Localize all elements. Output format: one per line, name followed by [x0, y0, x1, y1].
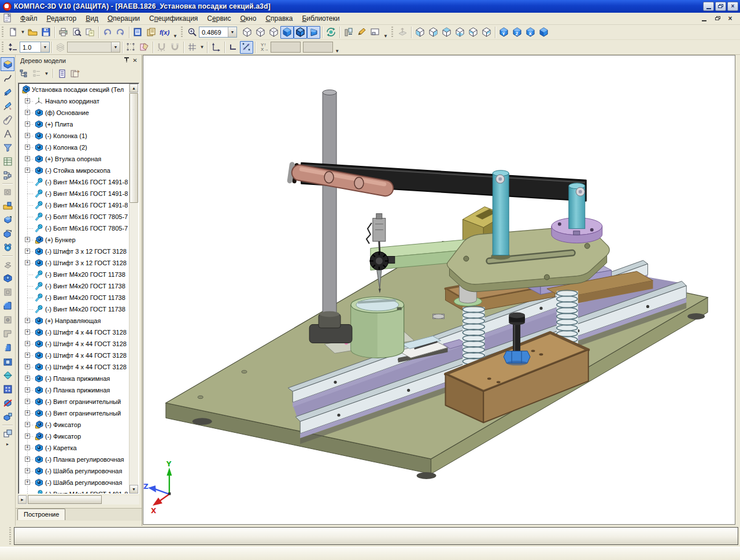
expand-icon[interactable]: +: [25, 121, 30, 127]
shaded-view-button[interactable]: [280, 26, 294, 39]
expand-icon[interactable]: +: [25, 133, 30, 138]
close-button[interactable]: ×: [727, 2, 738, 11]
layer-dropdown[interactable]: ▼: [111, 42, 120, 52]
menu-item[interactable]: Файл: [16, 13, 42, 24]
structure-button[interactable]: [1, 168, 14, 182]
specification-button[interactable]: [131, 26, 145, 39]
wireframe-view-button[interactable]: [240, 26, 254, 39]
edit-part-button[interactable]: [1, 57, 14, 71]
tree-item[interactable]: + (+) Бункер: [19, 234, 129, 246]
menu-item[interactable]: Окно: [235, 13, 261, 24]
op-rotate-button[interactable]: [1, 227, 14, 240]
hidden-lines-view-button[interactable]: [254, 26, 267, 39]
op-component-button[interactable]: [1, 410, 14, 424]
expand-icon[interactable]: +: [25, 399, 30, 404]
tree-item[interactable]: + (-) Штифт 4 х 44 ГОСТ 3128: [19, 350, 129, 361]
tree-item[interactable]: + (-) Стойка микроскопа: [19, 165, 129, 176]
minimize-button[interactable]: [703, 2, 714, 11]
property-bar-grip[interactable]: [9, 527, 12, 545]
orientation-front-button[interactable]: [413, 26, 427, 39]
tree-item[interactable]: + (-) Винт М4х16 ГОСТ 1491-8: [19, 188, 129, 199]
expand-icon[interactable]: +: [25, 329, 30, 335]
expand-icon[interactable]: +: [25, 480, 30, 485]
orientation-top-button[interactable]: [440, 26, 453, 39]
spec-report-button[interactable]: [1, 154, 14, 168]
tree-item[interactable]: + (-) Винт М4х16 ГОСТ 1491-8: [19, 176, 129, 188]
tree-item[interactable]: + (-) Винт М4х20 ГОСТ 11738: [19, 303, 129, 315]
tree-item[interactable]: + (-) Болт М6х16 ГОСТ 7805-7: [19, 211, 129, 222]
tree-vertical-scrollbar[interactable]: ▲ ▼: [129, 84, 138, 494]
expand-icon[interactable]: +: [25, 168, 30, 173]
expand-icon[interactable]: +: [25, 364, 30, 369]
orientation-bottom-button[interactable]: [453, 26, 467, 39]
tree-item[interactable]: + (+) Втулка опорная: [19, 153, 129, 165]
scroll-up-button[interactable]: ▲: [130, 84, 138, 92]
zoom-combobox[interactable]: 0.4869 ▼: [199, 27, 237, 38]
menu-item[interactable]: Справка: [261, 13, 297, 24]
normal-to-plane-button[interactable]: [396, 26, 409, 39]
aux-geometry-button[interactable]: [1, 99, 14, 113]
tree-item[interactable]: + (-) Винт ограничительный: [19, 396, 129, 407]
op-macro-button[interactable]: [1, 427, 14, 440]
tree-item[interactable]: + (-) Фиксатор: [19, 431, 129, 442]
redo-button[interactable]: [114, 26, 127, 39]
expand-icon[interactable]: +: [25, 110, 30, 115]
tree-composition-button[interactable]: [31, 68, 42, 79]
tree-item[interactable]: + (-) Болт М6х16 ГОСТ 7805-7: [19, 222, 129, 234]
op-sketch-button[interactable]: [1, 185, 14, 199]
op-shell-button[interactable]: [1, 354, 14, 368]
layers-button[interactable]: [54, 41, 67, 54]
orientation-xz-button[interactable]: Z: [510, 26, 524, 39]
expand-icon[interactable]: +: [25, 318, 30, 323]
step-dropdown[interactable]: ▼: [40, 42, 49, 52]
mdi-close-button[interactable]: ×: [726, 15, 734, 23]
orientation-xy-button[interactable]: Y: [497, 26, 510, 39]
surfaces-button[interactable]: [1, 85, 14, 99]
expand-icon[interactable]: +: [25, 422, 30, 427]
expand-icon[interactable]: +: [25, 98, 30, 103]
grid-button[interactable]: [186, 41, 199, 54]
tree-item[interactable]: + (-) Планка прижимная: [19, 373, 129, 384]
attachments-button[interactable]: [1, 113, 14, 127]
drawing-button[interactable]: [368, 26, 382, 39]
menu-item[interactable]: Редактор: [42, 13, 82, 24]
expand-icon[interactable]: +: [25, 341, 30, 346]
tree-item[interactable]: + (-) Фиксатор: [19, 419, 129, 431]
perspective-view-button[interactable]: [307, 26, 320, 39]
tree-item[interactable]: + (-) Штифт 4 х 44 ГОСТ 3128: [19, 338, 129, 350]
op-folder-button[interactable]: [1, 199, 14, 213]
tree-item[interactable]: + (-) Винт М4х16 ГОСТ 1491-8: [19, 199, 129, 211]
pin-panel-icon[interactable]: [122, 57, 131, 65]
expand-icon[interactable]: +: [25, 468, 30, 473]
print-preview-button[interactable]: [70, 26, 83, 39]
expand-icon[interactable]: +: [25, 156, 30, 161]
orientation-right-button[interactable]: [480, 26, 493, 39]
hidden-lines-thin-view-button[interactable]: [267, 26, 280, 39]
tree-composition-dropdown[interactable]: ▼: [43, 67, 50, 80]
shaded-edges-view-button[interactable]: [294, 26, 307, 39]
tree-item[interactable]: + (ф) Основание: [19, 107, 129, 118]
expand-icon[interactable]: +: [25, 387, 30, 392]
tree-item[interactable]: + (-) Штифт 3 х 12 ГОСТ 3128: [19, 257, 129, 269]
hscroll-thumb[interactable]: [28, 495, 102, 504]
tree-item[interactable]: + (-) Планка регулировочная: [19, 454, 129, 465]
tree-structure-button[interactable]: [18, 68, 29, 79]
scroll-right-button[interactable]: ►: [18, 495, 27, 504]
expand-icon[interactable]: +: [25, 144, 30, 150]
expand-icon[interactable]: +: [25, 249, 30, 254]
tree-item[interactable]: + (-) Шайба регулировочная: [19, 465, 129, 477]
mdi-minimize-button[interactable]: [701, 15, 709, 23]
new-document-button[interactable]: [6, 26, 20, 39]
op-rib-button[interactable]: [1, 327, 14, 340]
op-fillet-button[interactable]: [1, 299, 14, 313]
scroll-thumb[interactable]: [130, 93, 138, 203]
op-hole-button[interactable]: [1, 313, 14, 327]
tree-item[interactable]: + (-) Винт М4х20 ГОСТ 11738: [19, 269, 129, 280]
filter-button[interactable]: [1, 140, 14, 154]
tab-construction[interactable]: Построение: [17, 509, 65, 520]
tree-item[interactable]: + (+) Плита: [19, 118, 129, 130]
dimensions-3d-button[interactable]: [342, 26, 355, 39]
tree-item[interactable]: + (-) Шайба регулировочная: [19, 477, 129, 488]
variables-button[interactable]: f(x): [158, 26, 171, 39]
menu-item[interactable]: Вид: [81, 13, 103, 24]
